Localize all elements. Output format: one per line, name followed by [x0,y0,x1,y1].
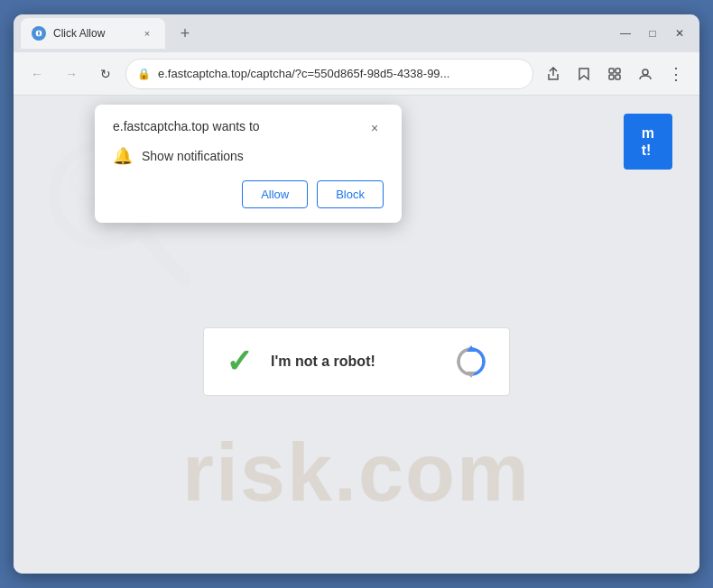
window-controls: — □ ✕ [613,21,692,46]
allow-button[interactable]: Allow [242,180,308,208]
page-content: risk.com m t! e.fastcaptcha.top wants to… [14,96,699,574]
popup-close-button[interactable]: × [366,119,384,137]
browser-window: Click Allow × + — □ ✕ ← → ↻ 🔒 e.fastcapt… [14,14,699,574]
svg-rect-4 [616,75,620,79]
bookmark-button[interactable] [569,60,598,88]
notification-label: Show notifications [142,149,244,163]
cta-button: m t! [624,114,672,170]
back-button[interactable]: ← [23,60,51,88]
recaptcha-logo [455,345,487,378]
tab-title: Click Allow [53,27,133,40]
tab-close-button[interactable]: × [140,26,154,41]
nav-bar: ← → ↻ 🔒 e.fastcaptcha.top/captcha/?c=550… [14,52,699,96]
popup-buttons: Allow Block [113,180,384,208]
notification-popup: e.fastcaptcha.top wants to × 🔔 Show noti… [95,105,402,223]
block-button[interactable]: Block [317,180,384,208]
tab-favicon [32,26,46,41]
new-tab-button[interactable]: + [172,21,198,46]
reload-button[interactable]: ↻ [91,60,120,88]
svg-line-8 [142,233,185,280]
address-text: e.fastcaptcha.top/captcha/?c=550d865f-98… [158,67,522,80]
address-bar[interactable]: 🔒 e.fastcaptcha.top/captcha/?c=550d865f-… [125,59,533,89]
popup-header: e.fastcaptcha.top wants to × [113,119,384,137]
nav-actions: ⋮ [539,60,690,88]
watermark-text: risk.com [182,427,531,518]
lock-icon: 🔒 [137,68,151,80]
close-button[interactable]: ✕ [667,21,692,46]
maximize-button[interactable]: □ [640,21,665,46]
popup-notification-row: 🔔 Show notifications [113,146,384,166]
svg-rect-3 [609,75,614,79]
extension-button[interactable] [600,60,629,88]
svg-rect-1 [609,69,614,73]
more-button[interactable]: ⋮ [662,60,690,88]
forward-button[interactable]: → [57,60,86,88]
robot-label: I'm not a robot! [271,354,437,370]
svg-rect-2 [616,69,620,73]
svg-point-5 [643,69,648,75]
popup-title: e.fastcaptcha.top wants to [113,119,260,133]
title-bar: Click Allow × + — □ ✕ [14,14,699,52]
bell-icon: 🔔 [113,146,133,166]
checkmark-icon: ✓ [226,343,253,381]
share-button[interactable] [539,60,568,88]
minimize-button[interactable]: — [613,21,638,46]
recaptcha-box[interactable]: ✓ I'm not a robot! [203,327,510,396]
browser-tab[interactable]: Click Allow × [21,18,165,49]
profile-button[interactable] [631,60,660,88]
